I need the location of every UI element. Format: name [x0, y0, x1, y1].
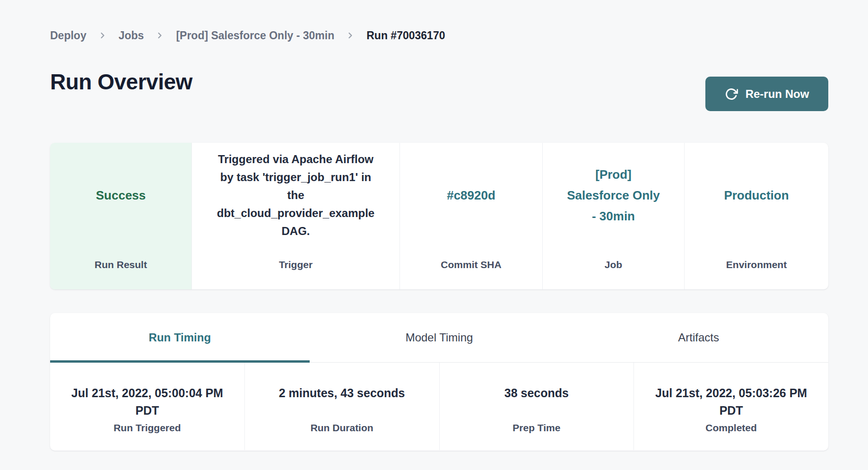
run-triggered-value: Jul 21st, 2022, 05:00:04 PM PDT: [50, 384, 244, 419]
tab-bar: Run Timing Model Timing Artifacts: [50, 313, 828, 363]
chevron-right-icon: [346, 31, 355, 40]
tab-artifacts[interactable]: Artifacts: [569, 313, 828, 362]
environment-label: Environment: [685, 259, 828, 270]
environment-section: Production Environment: [684, 143, 828, 289]
breadcrumb-job-name[interactable]: [Prod] Salesforce Only - 30min: [176, 26, 334, 45]
tab-run-timing-label: Run Timing: [149, 331, 211, 344]
breadcrumb-current-run: Run #70036170: [366, 26, 445, 45]
prep-time-cell: 38 seconds Prep Time: [439, 363, 634, 450]
job-link[interactable]: [Prod] Salesforce Only - 30min: [567, 164, 660, 226]
tab-run-timing[interactable]: Run Timing: [50, 313, 310, 362]
commit-sha-label: Commit SHA: [400, 259, 542, 270]
environment-value-area: Production: [685, 143, 828, 248]
tab-artifacts-label: Artifacts: [678, 331, 719, 344]
job-label: Job: [543, 259, 684, 270]
run-timing-panel: Jul 21st, 2022, 05:00:04 PM PDT Run Trig…: [50, 363, 828, 450]
trigger-section: Triggered via Apache Airflow by task 'tr…: [191, 143, 399, 289]
breadcrumb-jobs[interactable]: Jobs: [119, 26, 144, 45]
rerun-button-label: Re-run Now: [746, 87, 809, 101]
active-tab-indicator: [50, 360, 310, 363]
run-triggered-label: Run Triggered: [50, 422, 244, 434]
rotate-cw-icon: [725, 87, 738, 101]
run-duration-cell: 2 minutes, 43 seconds Run Duration: [244, 363, 439, 450]
run-triggered-cell: Jul 21st, 2022, 05:00:04 PM PDT Run Trig…: [50, 363, 244, 450]
job-value-area: [Prod] Salesforce Only - 30min: [543, 143, 684, 248]
trigger-value-area: Triggered via Apache Airflow by task 'tr…: [192, 143, 399, 248]
run-result-value-area: Success: [50, 143, 191, 248]
run-result-label: Run Result: [50, 259, 191, 270]
page-header: Run Overview Re-run Now: [50, 66, 828, 97]
commit-sha-value-area: #c8920d: [400, 143, 542, 248]
run-overview-page: Deploy Jobs [Prod] Salesforce Only - 30m…: [0, 0, 868, 470]
breadcrumb-deploy[interactable]: Deploy: [50, 26, 87, 45]
commit-sha-link[interactable]: #c8920d: [447, 185, 495, 206]
breadcrumb: Deploy Jobs [Prod] Salesforce Only - 30m…: [50, 26, 445, 45]
rerun-now-button[interactable]: Re-run Now: [705, 77, 828, 111]
run-details-card: Run Timing Model Timing Artifacts Jul 21…: [50, 313, 828, 451]
tab-model-timing-label: Model Timing: [406, 331, 473, 344]
prep-time-label: Prep Time: [440, 422, 634, 434]
completed-value: Jul 21st, 2022, 05:03:26 PM PDT: [634, 384, 828, 419]
run-summary-card: Success Run Result Triggered via Apache …: [50, 143, 828, 289]
chevron-right-icon: [155, 31, 165, 40]
run-duration-value: 2 minutes, 43 seconds: [245, 384, 439, 419]
job-section: [Prod] Salesforce Only - 30min Job: [542, 143, 684, 289]
chevron-right-icon: [98, 31, 107, 40]
page-content: Deploy Jobs [Prod] Salesforce Only - 30m…: [50, 0, 828, 470]
commit-sha-section: #c8920d Commit SHA: [399, 143, 542, 289]
prep-time-value: 38 seconds: [440, 384, 634, 419]
run-result-section: Success Run Result: [50, 143, 191, 289]
tab-model-timing[interactable]: Model Timing: [310, 313, 569, 362]
completed-cell: Jul 21st, 2022, 05:03:26 PM PDT Complete…: [634, 363, 828, 450]
trigger-label: Trigger: [192, 259, 399, 270]
environment-link[interactable]: Production: [724, 185, 789, 206]
trigger-value: Triggered via Apache Airflow by task 'tr…: [217, 150, 374, 240]
completed-label: Completed: [634, 422, 828, 434]
run-result-value: Success: [96, 188, 146, 203]
run-duration-label: Run Duration: [245, 422, 439, 434]
